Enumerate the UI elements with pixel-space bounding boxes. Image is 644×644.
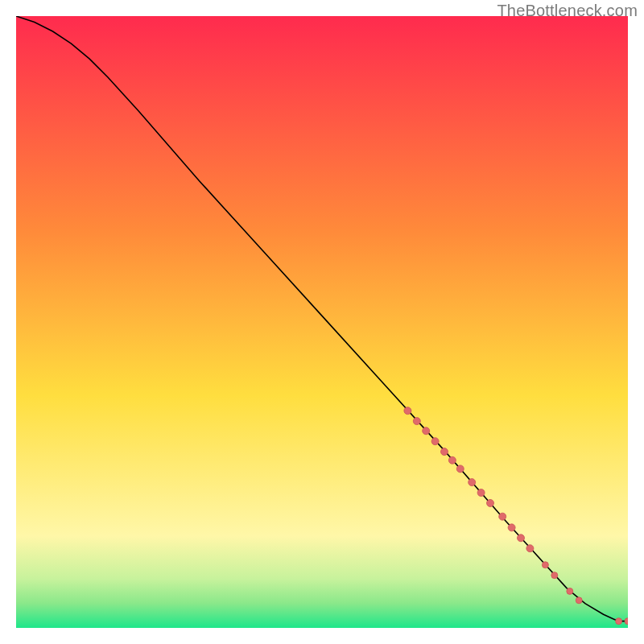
data-point-3 <box>431 438 439 445</box>
chart-container: TheBottleneck.com <box>0 0 644 644</box>
data-point-4 <box>441 448 448 456</box>
data-point-13 <box>526 545 534 552</box>
data-point-16 <box>567 588 573 594</box>
data-point-9 <box>487 499 494 506</box>
data-point-7 <box>469 479 476 486</box>
data-point-18 <box>616 618 622 625</box>
data-point-17 <box>576 597 582 604</box>
data-point-2 <box>423 427 430 435</box>
data-point-14 <box>542 562 548 568</box>
data-point-12 <box>518 535 525 542</box>
data-point-8 <box>477 489 485 497</box>
data-point-0 <box>404 407 411 415</box>
data-point-15 <box>551 572 558 579</box>
data-point-19 <box>625 618 628 625</box>
data-point-6 <box>456 465 464 473</box>
data-point-10 <box>499 513 506 520</box>
data-point-1 <box>413 418 420 425</box>
plot-area <box>16 16 628 628</box>
data-point-5 <box>448 456 456 464</box>
data-point-11 <box>508 524 515 531</box>
watermark-text: TheBottleneck.com <box>497 2 638 20</box>
points-layer <box>16 16 628 628</box>
